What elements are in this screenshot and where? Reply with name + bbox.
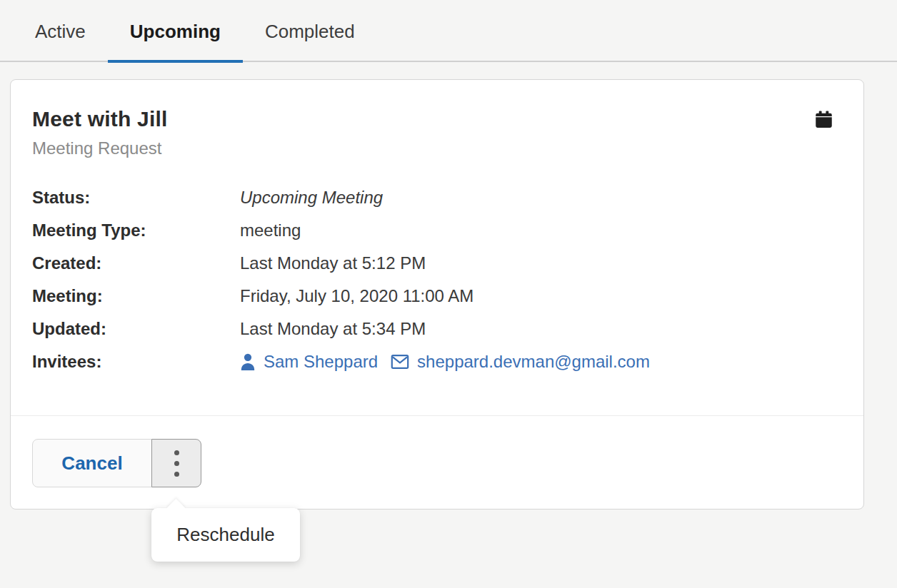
cancel-button[interactable]: Cancel (32, 439, 152, 487)
more-actions-button[interactable] (151, 439, 201, 487)
detail-value: meeting (240, 220, 301, 240)
detail-value: Upcoming Meeting (240, 188, 383, 208)
meeting-card: Meet with Jill Meeting Request Status: U… (10, 79, 864, 510)
detail-value: Last Monday at 5:34 PM (240, 319, 426, 339)
detail-row-created: Created: Last Monday at 5:12 PM (32, 247, 833, 280)
person-icon (240, 353, 256, 370)
detail-label: Meeting: (32, 286, 240, 306)
meeting-details: Status: Upcoming Meeting Meeting Type: m… (32, 181, 833, 378)
calendar-icon (814, 107, 833, 132)
meeting-subtitle: Meeting Request (32, 138, 168, 158)
invitee-email: sheppard.devman@gmail.com (417, 352, 650, 372)
reschedule-menu-item[interactable]: Reschedule (176, 524, 274, 546)
detail-row-meeting-type: Meeting Type: meeting (32, 214, 833, 247)
meeting-card-body: Meet with Jill Meeting Request Status: U… (11, 80, 863, 415)
invitee-name-link[interactable]: Sam Sheppard (240, 352, 391, 372)
invitee-email-link[interactable]: sheppard.devman@gmail.com (391, 352, 650, 372)
action-button-group: Cancel (32, 439, 201, 487)
tab-bar: Active Upcoming Completed (0, 0, 897, 62)
detail-label: Created: (32, 253, 240, 273)
invitee-list: Sam Sheppard sheppard.devman@gmail.com (240, 352, 650, 372)
detail-row-invitees: Invitees: Sam Sheppard (32, 345, 833, 378)
detail-row-updated: Updated: Last Monday at 5:34 PM (32, 313, 833, 345)
detail-label: Meeting Type: (32, 220, 240, 240)
kebab-menu-icon (174, 450, 179, 477)
card-footer: Cancel (11, 415, 863, 509)
invitee-name: Sam Sheppard (264, 352, 378, 372)
detail-label: Updated: (32, 319, 240, 339)
envelope-icon (391, 354, 409, 370)
actions-popover: Reschedule (151, 508, 300, 562)
detail-value: Friday, July 10, 2020 11:00 AM (240, 286, 473, 306)
tab-completed[interactable]: Completed (243, 21, 377, 63)
page: { "tabs": [ { "label": "Active", "active… (0, 0, 897, 588)
detail-row-status: Status: Upcoming Meeting (32, 181, 833, 214)
detail-label: Status: (32, 188, 240, 208)
detail-value: Last Monday at 5:12 PM (240, 253, 426, 273)
detail-row-meeting-time: Meeting: Friday, July 10, 2020 11:00 AM (32, 280, 833, 313)
card-header: Meet with Jill Meeting Request (32, 107, 833, 158)
tab-upcoming[interactable]: Upcoming (108, 21, 243, 63)
card-header-text: Meet with Jill Meeting Request (32, 107, 168, 158)
meeting-title: Meet with Jill (32, 107, 168, 131)
detail-label: Invitees: (32, 352, 240, 372)
tab-active[interactable]: Active (13, 21, 108, 63)
